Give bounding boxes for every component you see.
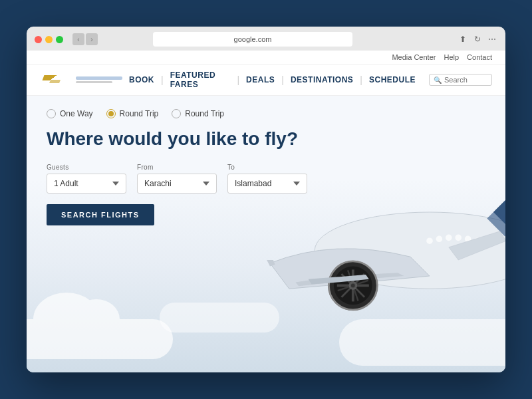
round-trip-radio-1[interactable] bbox=[106, 109, 116, 118]
browser-chrome: ‹ › google.com ⬆ ↻ ⋯ bbox=[27, 27, 505, 51]
to-group: To Islamabad Karachi Lahore bbox=[227, 164, 307, 194]
one-way-option[interactable]: One Way bbox=[47, 109, 93, 118]
more-icon[interactable]: ⋯ bbox=[487, 34, 497, 45]
logo-bird-icon bbox=[43, 72, 70, 88]
contact-link[interactable]: Contact bbox=[467, 53, 492, 61]
share-icon[interactable]: ⬆ bbox=[458, 34, 468, 45]
one-way-label: One Way bbox=[60, 109, 93, 118]
close-button[interactable] bbox=[35, 36, 42, 43]
logo-area bbox=[40, 70, 122, 90]
guests-select[interactable]: 1 Adult 2 Adults 3 Adults bbox=[47, 174, 126, 194]
nav-deals-link[interactable]: DEALS bbox=[239, 75, 281, 84]
logo-line2 bbox=[76, 81, 112, 83]
traffic-lights bbox=[35, 36, 63, 43]
trip-options: One Way Round Trip Round Trip bbox=[47, 109, 485, 118]
maximize-button[interactable] bbox=[56, 36, 63, 43]
media-center-link[interactable]: Media Center bbox=[392, 53, 436, 61]
refresh-icon[interactable]: ↻ bbox=[472, 34, 483, 45]
airline-logo bbox=[40, 70, 73, 90]
round-trip-option-2[interactable]: Round Trip bbox=[172, 109, 224, 118]
from-label: From bbox=[137, 164, 217, 171]
search-icon: 🔍 bbox=[434, 76, 442, 84]
search-form-row: Guests 1 Adult 2 Adults 3 Adults From Ka… bbox=[47, 164, 485, 194]
search-box[interactable]: 🔍 bbox=[429, 74, 492, 86]
round-trip-radio-2[interactable] bbox=[172, 109, 181, 118]
browser-actions: ⬆ ↻ ⋯ bbox=[458, 34, 497, 45]
to-label: To bbox=[227, 164, 307, 171]
to-select[interactable]: Islamabad Karachi Lahore bbox=[227, 174, 307, 194]
hero-title: Where would you like to fly? bbox=[47, 128, 485, 150]
round-trip-option-1[interactable]: Round Trip bbox=[106, 109, 159, 118]
radio-dot bbox=[108, 111, 114, 116]
url-text: google.com bbox=[234, 35, 272, 43]
from-select[interactable]: Karachi Lahore Islamabad bbox=[137, 174, 217, 194]
guests-label: Guests bbox=[47, 164, 126, 171]
utility-bar: Media Center Help Contact bbox=[27, 51, 505, 65]
website: Media Center Help Contact BOOK | FEATURE… bbox=[27, 51, 505, 372]
nav-destinations-link[interactable]: DESTINATIONS bbox=[284, 75, 360, 84]
svg-point-12 bbox=[426, 237, 433, 244]
back-button[interactable]: ‹ bbox=[72, 33, 84, 45]
one-way-radio[interactable] bbox=[47, 109, 56, 118]
nav-fares-link[interactable]: FEATURED FARES bbox=[164, 70, 237, 89]
nav-links: BOOK | FEATURED FARES | DEALS | DESTINAT… bbox=[122, 70, 422, 89]
svg-point-10 bbox=[351, 283, 355, 287]
round-trip-label-2: Round Trip bbox=[185, 109, 224, 118]
forward-button[interactable]: › bbox=[86, 33, 98, 45]
search-input[interactable] bbox=[444, 76, 487, 84]
cloud-1 bbox=[27, 319, 173, 359]
logo-line1 bbox=[76, 76, 122, 80]
search-flights-button[interactable]: SEARCH FLIGHTS bbox=[47, 204, 154, 225]
round-trip-label-1: Round Trip bbox=[120, 109, 159, 118]
help-link[interactable]: Help bbox=[444, 53, 459, 61]
nav-book-link[interactable]: BOOK bbox=[122, 75, 161, 84]
main-nav: BOOK | FEATURED FARES | DEALS | DESTINAT… bbox=[27, 65, 505, 96]
search-panel: One Way Round Trip Round Trip Where woul bbox=[27, 96, 505, 239]
nav-buttons: ‹ › bbox=[72, 33, 98, 45]
from-group: From Karachi Lahore Islamabad bbox=[137, 164, 217, 194]
guests-group: Guests 1 Adult 2 Adults 3 Adults bbox=[47, 164, 126, 194]
minimize-button[interactable] bbox=[45, 36, 53, 43]
address-bar[interactable]: google.com bbox=[153, 32, 352, 47]
browser-window: ‹ › google.com ⬆ ↻ ⋯ Media Center Help C… bbox=[27, 27, 505, 372]
nav-schedule-link[interactable]: SCHEDULE bbox=[362, 75, 422, 84]
logo-text bbox=[76, 76, 122, 83]
hero-section: One Way Round Trip Round Trip Where woul bbox=[27, 96, 505, 372]
